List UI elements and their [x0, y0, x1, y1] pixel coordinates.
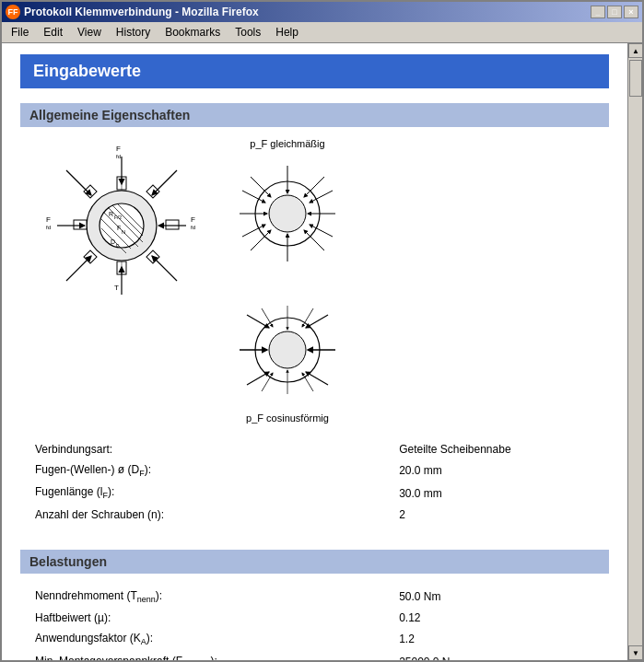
svg-point-1	[100, 203, 144, 248]
main-header: Eingabewerte	[20, 54, 609, 88]
scrollbar-thumb[interactable]	[629, 60, 642, 97]
table-row: Fugenlänge (lF): 30.0 mm	[31, 482, 598, 503]
prop-label: Anzahl der Schrauben (n):	[31, 505, 342, 524]
page-area[interactable]: Eingabewerte Allgemeine Eigenschaften	[2, 43, 627, 660]
minimize-button[interactable]: _	[591, 6, 605, 18]
scroll-down-button[interactable]: ▼	[628, 645, 642, 660]
firefox-icon: FF	[6, 5, 20, 19]
svg-text:fd: fd	[116, 154, 121, 159]
properties-table-allgemeine: Verbindungsart: Geteilte Scheibennabe Fu…	[29, 438, 600, 526]
svg-line-58	[306, 315, 328, 328]
svg-line-46	[304, 177, 324, 197]
menu-view[interactable]: View	[72, 24, 107, 41]
section-belastungen: Belastungen Nenndrehmoment (Tnenn): 50.0…	[20, 550, 609, 660]
svg-line-60	[306, 372, 328, 385]
browser-window: FF Protokoll Klemmverbindung - Mozilla F…	[0, 0, 644, 662]
svg-line-22	[66, 170, 91, 195]
prop-value: 25000.0 N	[344, 652, 598, 660]
titlebar-left: FF Protokoll Klemmverbindung - Mozilla F…	[6, 5, 259, 19]
svg-line-47	[251, 230, 271, 250]
menu-help[interactable]: Help	[270, 24, 304, 41]
menu-history[interactable]: History	[111, 24, 156, 41]
diagram-right	[232, 157, 343, 414]
section-belastungen-header: Belastungen	[20, 550, 609, 574]
section-belastungen-content: Nenndrehmoment (Tnenn): 50.0 Nm Haftbeiw…	[20, 585, 609, 660]
close-button[interactable]: ×	[624, 6, 638, 18]
table-row: Anwendungsfaktor (KA): 1.2	[31, 629, 598, 649]
svg-rect-13	[166, 220, 179, 229]
section-allgemeine-header: Allgemeine Eigenschaften	[20, 103, 609, 127]
svg-rect-12	[74, 220, 87, 229]
svg-line-23	[152, 170, 177, 195]
diagram-label-top: p_F gleichmäßig	[250, 138, 324, 149]
prop-label: Fugen-(Wellen-) ø (DF):	[31, 460, 342, 481]
prop-label: Haftbeiwert (µ):	[31, 609, 342, 627]
browser-content: Eingabewerte Allgemeine Eigenschaften	[2, 43, 642, 660]
svg-line-59	[247, 372, 269, 385]
prop-label: Nenndrehmoment (Tnenn):	[31, 587, 342, 607]
svg-text:F: F	[46, 215, 51, 224]
maximize-button[interactable]: □	[607, 6, 622, 18]
svg-rect-15	[146, 185, 159, 198]
diagram-left: F fd F fd F fd R F/2 F	[39, 138, 214, 304]
prop-label: Verbindungsart:	[31, 440, 342, 459]
titlebar: FF Protokoll Klemmverbindung - Mozilla F…	[2, 2, 642, 22]
table-row: Min. Montagevorspannkraft (FVM min): 250…	[31, 652, 598, 660]
diagram-right-wrapper: p_F gleichmäßig	[232, 138, 343, 424]
svg-text:N: N	[122, 229, 125, 235]
svg-line-57	[247, 315, 269, 328]
menu-edit[interactable]: Edit	[38, 24, 68, 41]
svg-point-54	[269, 331, 306, 368]
menu-tools[interactable]: Tools	[229, 24, 266, 41]
svg-text:F: F	[117, 225, 121, 231]
section-allgemeine-content: F fd F fd F fd R F/2 F	[20, 138, 609, 535]
page-content: Eingabewerte Allgemeine Eigenschaften	[2, 43, 627, 660]
table-row: Haftbeiwert (µ): 0.12	[31, 609, 598, 627]
prop-label: Min. Montagevorspannkraft (FVM min):	[31, 652, 342, 660]
svg-text:R: R	[109, 211, 113, 217]
table-row: Verbindungsart: Geteilte Scheibennabe	[31, 440, 598, 459]
prop-label: Anwendungsfaktor (KA):	[31, 629, 342, 649]
scroll-up-button[interactable]: ▲	[628, 43, 642, 58]
prop-value: 2	[344, 505, 598, 524]
table-row: Anzahl der Schrauben (n): 2	[31, 505, 598, 524]
prop-value: 30.0 mm	[344, 482, 598, 503]
menu-bookmarks[interactable]: Bookmarks	[159, 24, 226, 41]
svg-line-48	[304, 230, 324, 250]
svg-rect-14	[84, 185, 97, 198]
diagram-label-bottom: p_F cosinusförmig	[246, 412, 329, 424]
svg-text:fd: fd	[191, 225, 195, 230]
titlebar-buttons: _ □ ×	[591, 6, 638, 18]
menubar: File Edit View History Bookmarks Tools H…	[2, 22, 642, 43]
prop-label: Fugenlänge (lF):	[31, 482, 342, 503]
table-row: Nenndrehmoment (Tnenn): 50.0 Nm	[31, 587, 598, 607]
scrollbar[interactable]: ▲ ▼	[627, 43, 642, 660]
section-allgemeine: Allgemeine Eigenschaften	[20, 103, 609, 535]
svg-line-25	[152, 256, 177, 281]
svg-point-40	[269, 195, 306, 232]
window-title: Protokoll Klemmverbindung - Mozilla Fire…	[24, 6, 259, 18]
svg-text:D: D	[111, 238, 115, 245]
scrollbar-track[interactable]	[628, 58, 642, 645]
svg-text:F: F	[116, 145, 121, 153]
svg-line-24	[66, 256, 91, 281]
table-row: Fugen-(Wellen-) ø (DF): 20.0 mm	[31, 460, 598, 481]
diagram-area: F fd F fd F fd R F/2 F	[29, 138, 600, 424]
menu-file[interactable]: File	[6, 24, 34, 41]
prop-value: 50.0 Nm	[344, 587, 598, 607]
svg-text:fd: fd	[46, 225, 51, 230]
prop-value: 20.0 mm	[344, 460, 598, 481]
properties-table-belastungen: Nenndrehmoment (Tnenn): 50.0 Nm Haftbeiw…	[29, 585, 600, 660]
svg-text:F/2: F/2	[114, 215, 122, 220]
prop-value: 1.2	[344, 629, 598, 649]
prop-value: 0.12	[344, 609, 598, 627]
svg-text:F: F	[191, 215, 195, 224]
svg-line-45	[251, 177, 271, 197]
svg-text:T: T	[114, 284, 119, 292]
prop-value: Geteilte Scheibennabe	[344, 440, 598, 459]
